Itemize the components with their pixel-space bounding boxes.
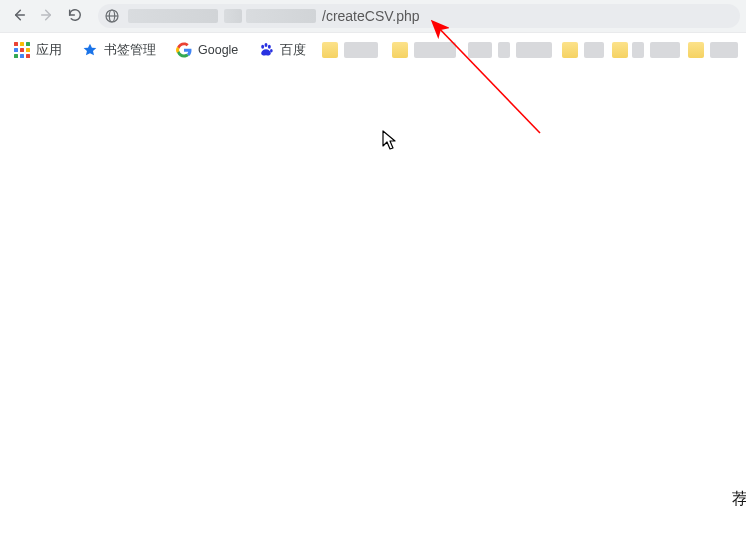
svg-point-7 — [268, 45, 271, 49]
reload-icon — [67, 7, 83, 26]
bookmark-bookmarks-manager[interactable]: 书签管理 — [74, 37, 164, 63]
star-icon — [82, 42, 98, 58]
back-icon — [11, 7, 27, 26]
url-redacted-segment — [246, 9, 316, 23]
bookmarks-bar: 应用 书签管理 Google — [0, 33, 746, 68]
svg-point-6 — [265, 43, 268, 47]
bookmark-redacted-folders — [322, 37, 740, 63]
bookmark-label: 应用 — [36, 42, 62, 59]
partial-text-fragment: 荐 — [732, 489, 746, 510]
bookmark-google[interactable]: Google — [168, 37, 246, 63]
baidu-paw-icon — [258, 42, 274, 58]
url-visible-path: /createCSV.php — [322, 8, 420, 24]
url-redacted-segment — [224, 9, 242, 23]
apps-grid-icon — [14, 42, 30, 58]
svg-point-5 — [262, 45, 265, 49]
browser-toolbar: /createCSV.php — [0, 0, 746, 33]
bookmark-label: 百度 — [280, 42, 306, 59]
reload-button[interactable] — [62, 3, 88, 29]
forward-button[interactable] — [34, 3, 60, 29]
globe-icon — [104, 8, 120, 24]
forward-icon — [39, 7, 55, 26]
google-g-icon — [176, 42, 192, 58]
address-bar-url: /createCSV.php — [128, 8, 730, 24]
url-redacted-segment — [128, 9, 218, 23]
address-bar[interactable]: /createCSV.php — [98, 4, 740, 28]
bookmark-label: 书签管理 — [104, 42, 156, 59]
bookmark-baidu[interactable]: 百度 — [250, 37, 314, 63]
page-content: 荐 — [0, 66, 746, 560]
back-button[interactable] — [6, 3, 32, 29]
bookmark-apps[interactable]: 应用 — [6, 37, 70, 63]
bookmark-label: Google — [198, 43, 238, 57]
svg-point-8 — [270, 49, 273, 52]
